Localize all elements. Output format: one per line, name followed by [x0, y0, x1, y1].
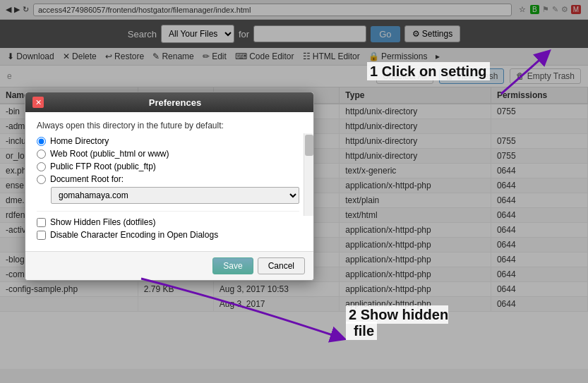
radio-ftp-root: Public FTP Root (public_ftp)	[37, 162, 299, 171]
radio-home-label: Home Directory	[50, 136, 109, 146]
radio-ftp-input[interactable]	[37, 162, 46, 171]
radio-web-label: Web Root (public_html or www)	[50, 149, 169, 159]
radio-doc-root: Document Root for:	[37, 174, 299, 184]
radio-ftp-label: Public FTP Root (public_ftp)	[50, 162, 156, 171]
preferences-modal: ✕ Preferences Always open this directory…	[25, 92, 314, 281]
modal-header: ✕ Preferences	[25, 92, 313, 112]
radio-web-root: Web Root (public_html or www)	[37, 149, 299, 159]
radio-doc-input[interactable]	[37, 175, 46, 184]
checkbox-char-encoding: Disable Character Encoding in Open Dialo…	[37, 230, 299, 240]
checkbox-hidden-label: Show Hidden Files (dotfiles)	[50, 217, 155, 227]
doc-root-row: gomahamaya.com	[51, 187, 299, 204]
modal-overlay: ✕ Preferences Always open this directory…	[0, 0, 588, 383]
modal-scrollbar[interactable]	[304, 133, 313, 216]
radio-doc-label: Document Root for:	[50, 174, 124, 184]
modal-body: Always open this directory in the future…	[25, 112, 313, 251]
modal-cancel-button[interactable]: Cancel	[258, 257, 305, 274]
checkbox-hidden-files: Show Hidden Files (dotfiles)	[37, 217, 299, 227]
modal-title: Preferences	[44, 97, 306, 108]
modal-footer: Save Cancel	[25, 251, 313, 280]
checkbox-hidden-input[interactable]	[37, 218, 46, 227]
modal-save-button[interactable]: Save	[212, 257, 253, 274]
modal-close-button[interactable]: ✕	[32, 97, 44, 108]
radio-home-input[interactable]	[37, 137, 46, 146]
doc-root-select[interactable]: gomahamaya.com	[51, 187, 299, 204]
modal-scrollbar-thumb	[305, 135, 313, 156]
modal-description: Always open this directory in the future…	[37, 121, 299, 130]
radio-web-input[interactable]	[37, 150, 46, 159]
checkbox-encoding-label: Disable Character Encoding in Open Dialo…	[50, 230, 218, 240]
checkbox-encoding-input[interactable]	[37, 231, 46, 240]
radio-home-directory: Home Directory	[37, 136, 299, 146]
